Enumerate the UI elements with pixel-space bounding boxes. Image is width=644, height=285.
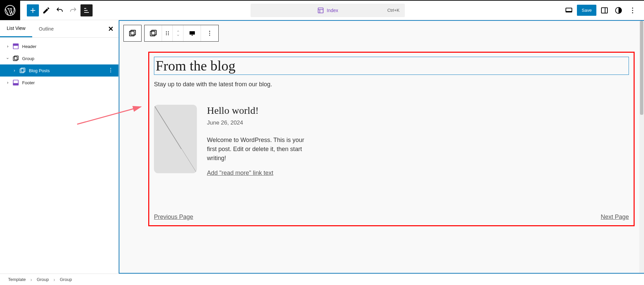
chevron-right-icon: ›	[5, 80, 11, 85]
group-block-icon	[19, 67, 26, 74]
scrollbar-thumb[interactable]	[640, 21, 643, 115]
template-label: Index	[327, 8, 338, 13]
tree-item-blog-posts[interactable]: › Blog Posts	[0, 64, 118, 77]
breadcrumb-item[interactable]: Group	[37, 277, 49, 282]
svg-rect-10	[13, 57, 17, 61]
toolbar-segment-parent	[123, 25, 142, 42]
desktop-icon	[565, 6, 573, 14]
chevron-up-icon	[176, 30, 180, 33]
pagination: Previous Page Next Page	[154, 213, 629, 221]
chevron-right-icon: ›	[11, 68, 17, 73]
view-button[interactable]	[563, 4, 575, 16]
breadcrumb-item[interactable]: Template	[8, 277, 26, 282]
section-subtitle[interactable]: Stay up to date with the latest from our…	[154, 81, 629, 88]
select-parent-button[interactable]	[124, 25, 141, 41]
scrollbar[interactable]	[639, 21, 644, 273]
chevron-right-icon: ›	[31, 277, 32, 282]
undo-button[interactable]	[54, 4, 66, 16]
breadcrumb-bar: Template › Group › Group	[0, 274, 644, 285]
next-page-link[interactable]: Next Page	[601, 213, 629, 221]
breadcrumb-item[interactable]: Group	[60, 277, 72, 282]
add-block-button[interactable]	[27, 4, 39, 16]
tab-outline[interactable]: Outline	[32, 20, 60, 37]
chevron-right-icon: ›	[5, 44, 11, 49]
wordpress-logo[interactable]	[0, 1, 20, 20]
svg-rect-12	[20, 69, 24, 73]
svg-point-33	[209, 35, 210, 36]
tree-item-group[interactable]: › Group	[0, 52, 118, 64]
svg-point-23	[166, 31, 166, 32]
listview-toggle-button[interactable]	[80, 4, 93, 16]
tab-list-view[interactable]: List View	[0, 20, 32, 37]
svg-rect-18	[13, 84, 18, 85]
previous-page-link[interactable]: Previous Page	[154, 213, 193, 221]
edit-tool-button[interactable]	[40, 4, 52, 16]
tree-item-footer[interactable]: › Footer	[0, 77, 118, 89]
block-tree: › Header › Group › Blog Posts › Footer	[0, 38, 118, 91]
tool-group-left	[20, 4, 93, 16]
svg-point-15	[110, 69, 111, 70]
svg-rect-3	[601, 8, 607, 13]
block-more-button[interactable]	[201, 25, 218, 41]
template-selector[interactable]: Index Ctrl+K	[251, 4, 405, 17]
align-button[interactable]	[183, 25, 201, 41]
tree-item-header[interactable]: › Header	[0, 40, 118, 52]
editor-canvas[interactable]: From the blog Stay up to date with the l…	[119, 20, 644, 274]
svg-rect-22	[152, 30, 156, 35]
close-panel-button[interactable]: ✕	[108, 25, 114, 33]
chevron-right-icon: ›	[54, 277, 55, 282]
panel-icon	[600, 6, 608, 14]
placeholder-slash-icon	[154, 105, 197, 173]
svg-point-14	[110, 68, 111, 68]
svg-rect-30	[192, 35, 193, 36]
svg-point-6	[632, 10, 633, 11]
toolbar-segment-main	[144, 25, 219, 42]
svg-rect-21	[150, 31, 155, 36]
read-more-link[interactable]: Add "read more" link text	[207, 170, 273, 177]
settings-panel-button[interactable]	[598, 4, 610, 16]
wordpress-icon	[4, 4, 16, 16]
save-button[interactable]: Save	[577, 5, 596, 16]
post-body: Hello world! June 26, 2024 Welcome to Wo…	[207, 105, 311, 177]
svg-point-26	[168, 31, 168, 32]
svg-point-32	[209, 33, 210, 34]
post-date[interactable]: June 26, 2024	[207, 120, 311, 126]
more-options-button[interactable]	[627, 4, 639, 16]
post-title[interactable]: Hello world!	[207, 105, 311, 116]
svg-point-28	[168, 34, 168, 35]
section-heading: From the blog	[156, 58, 627, 74]
canvas-wrap: From the blog Stay up to date with the l…	[119, 20, 644, 274]
svg-point-31	[209, 31, 210, 32]
svg-point-27	[168, 33, 168, 34]
contrast-icon	[614, 6, 623, 14]
featured-image-placeholder[interactable]	[154, 105, 197, 173]
tree-label: Footer	[22, 80, 35, 85]
template-icon	[317, 7, 324, 14]
footer-block-icon	[12, 79, 19, 86]
svg-point-7	[632, 12, 633, 13]
post-item: Hello world! June 26, 2024 Welcome to Wo…	[154, 105, 629, 177]
heading-block[interactable]: From the blog	[154, 57, 629, 75]
desktop-icon	[188, 29, 196, 37]
drag-handle[interactable]	[162, 25, 173, 41]
move-buttons[interactable]	[173, 25, 183, 41]
shortcut-label: Ctrl+K	[387, 8, 399, 13]
redo-icon	[69, 6, 77, 14]
svg-point-16	[110, 72, 111, 72]
dots-vertical-icon	[206, 30, 213, 37]
tree-label: Header	[22, 44, 37, 49]
tree-label: Group	[22, 56, 34, 61]
svg-rect-9	[13, 44, 18, 46]
top-toolbar: Index Ctrl+K Save	[0, 0, 644, 20]
svg-line-34	[154, 105, 197, 173]
undo-icon	[56, 6, 64, 14]
post-excerpt[interactable]: Welcome to WordPress. This is your first…	[207, 136, 311, 163]
chevron-down-icon: ›	[5, 55, 10, 61]
redo-button[interactable]	[67, 4, 79, 16]
block-type-button[interactable]	[145, 25, 162, 41]
item-options-button[interactable]	[108, 67, 114, 74]
pencil-icon	[42, 6, 50, 14]
svg-point-25	[166, 34, 166, 35]
styles-button[interactable]	[612, 4, 625, 16]
svg-point-0	[5, 5, 15, 15]
